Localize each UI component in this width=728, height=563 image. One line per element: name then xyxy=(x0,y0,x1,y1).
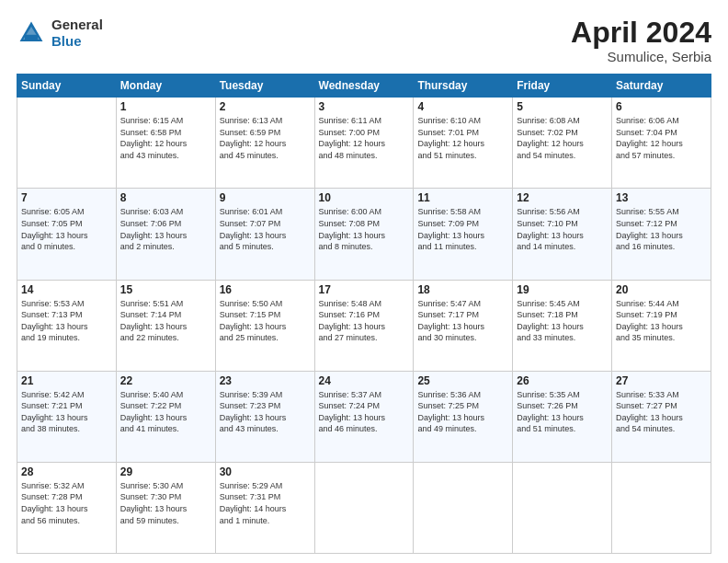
week-row-2: 7Sunrise: 6:05 AM Sunset: 7:05 PM Daylig… xyxy=(17,189,711,280)
day-number: 1 xyxy=(120,100,211,113)
week-row-1: 1Sunrise: 6:15 AM Sunset: 6:58 PM Daylig… xyxy=(17,98,711,189)
title-month: April 2024 xyxy=(571,17,711,49)
day-cell: 24Sunrise: 5:37 AM Sunset: 7:24 PM Dayli… xyxy=(314,371,414,462)
day-cell: 19Sunrise: 5:45 AM Sunset: 7:18 PM Dayli… xyxy=(513,280,612,371)
day-number: 21 xyxy=(21,374,112,387)
day-cell xyxy=(612,462,711,553)
day-info: Sunrise: 5:47 AM Sunset: 7:17 PM Dayligh… xyxy=(417,298,508,344)
col-saturday: Saturday xyxy=(612,75,711,98)
col-friday: Friday xyxy=(513,75,612,98)
day-number: 13 xyxy=(616,191,707,204)
day-info: Sunrise: 5:56 AM Sunset: 7:10 PM Dayligh… xyxy=(517,206,608,252)
day-cell xyxy=(314,462,414,553)
day-cell: 11Sunrise: 5:58 AM Sunset: 7:09 PM Dayli… xyxy=(414,189,513,280)
day-cell xyxy=(513,462,612,553)
day-cell: 25Sunrise: 5:36 AM Sunset: 7:25 PM Dayli… xyxy=(414,371,513,462)
day-info: Sunrise: 6:06 AM Sunset: 7:04 PM Dayligh… xyxy=(616,115,707,161)
day-info: Sunrise: 5:44 AM Sunset: 7:19 PM Dayligh… xyxy=(616,298,707,344)
day-number: 22 xyxy=(120,374,211,387)
day-number: 24 xyxy=(319,374,410,387)
day-cell: 21Sunrise: 5:42 AM Sunset: 7:21 PM Dayli… xyxy=(17,371,117,462)
day-info: Sunrise: 5:55 AM Sunset: 7:12 PM Dayligh… xyxy=(616,206,707,252)
title-block: April 2024 Sumulice, Serbia xyxy=(571,17,711,64)
day-info: Sunrise: 5:58 AM Sunset: 7:09 PM Dayligh… xyxy=(417,206,508,252)
day-info: Sunrise: 5:45 AM Sunset: 7:18 PM Dayligh… xyxy=(517,298,608,344)
day-number: 8 xyxy=(120,191,211,204)
day-info: Sunrise: 6:01 AM Sunset: 7:07 PM Dayligh… xyxy=(220,206,311,252)
day-cell: 23Sunrise: 5:39 AM Sunset: 7:23 PM Dayli… xyxy=(215,371,314,462)
day-cell: 14Sunrise: 5:53 AM Sunset: 7:13 PM Dayli… xyxy=(17,280,117,371)
day-info: Sunrise: 5:32 AM Sunset: 7:28 PM Dayligh… xyxy=(21,480,112,526)
day-cell: 22Sunrise: 5:40 AM Sunset: 7:22 PM Dayli… xyxy=(116,371,215,462)
day-cell xyxy=(414,462,513,553)
day-info: Sunrise: 5:51 AM Sunset: 7:14 PM Dayligh… xyxy=(120,298,211,344)
day-number: 5 xyxy=(517,100,608,113)
day-info: Sunrise: 6:05 AM Sunset: 7:05 PM Dayligh… xyxy=(21,206,112,252)
day-info: Sunrise: 5:40 AM Sunset: 7:22 PM Dayligh… xyxy=(120,389,211,435)
day-info: Sunrise: 5:42 AM Sunset: 7:21 PM Dayligh… xyxy=(21,389,112,435)
day-info: Sunrise: 5:37 AM Sunset: 7:24 PM Dayligh… xyxy=(319,389,410,435)
day-number: 23 xyxy=(220,374,311,387)
day-cell: 5Sunrise: 6:08 AM Sunset: 7:02 PM Daylig… xyxy=(513,98,612,189)
calendar-table: Sunday Monday Tuesday Wednesday Thursday… xyxy=(17,74,711,554)
day-info: Sunrise: 5:35 AM Sunset: 7:26 PM Dayligh… xyxy=(517,389,608,435)
logo: General Blue xyxy=(17,17,103,50)
logo-general-text: General xyxy=(51,17,103,32)
day-info: Sunrise: 6:03 AM Sunset: 7:06 PM Dayligh… xyxy=(120,206,211,252)
day-cell: 9Sunrise: 6:01 AM Sunset: 7:07 PM Daylig… xyxy=(215,189,314,280)
day-info: Sunrise: 6:15 AM Sunset: 6:58 PM Dayligh… xyxy=(120,115,211,161)
day-info: Sunrise: 5:50 AM Sunset: 7:15 PM Dayligh… xyxy=(220,298,311,344)
week-row-3: 14Sunrise: 5:53 AM Sunset: 7:13 PM Dayli… xyxy=(17,280,711,371)
day-cell: 17Sunrise: 5:48 AM Sunset: 7:16 PM Dayli… xyxy=(314,280,414,371)
day-number: 4 xyxy=(417,100,508,113)
day-info: Sunrise: 6:11 AM Sunset: 7:00 PM Dayligh… xyxy=(319,115,410,161)
col-monday: Monday xyxy=(116,75,215,98)
day-cell: 18Sunrise: 5:47 AM Sunset: 7:17 PM Dayli… xyxy=(414,280,513,371)
day-info: Sunrise: 5:36 AM Sunset: 7:25 PM Dayligh… xyxy=(417,389,508,435)
day-number: 10 xyxy=(319,191,410,204)
day-info: Sunrise: 6:00 AM Sunset: 7:08 PM Dayligh… xyxy=(319,206,410,252)
week-row-5: 28Sunrise: 5:32 AM Sunset: 7:28 PM Dayli… xyxy=(17,462,711,553)
col-sunday: Sunday xyxy=(17,75,117,98)
day-cell: 26Sunrise: 5:35 AM Sunset: 7:26 PM Dayli… xyxy=(513,371,612,462)
title-location: Sumulice, Serbia xyxy=(571,49,711,64)
col-wednesday: Wednesday xyxy=(314,75,414,98)
day-number: 3 xyxy=(319,100,410,113)
day-info: Sunrise: 6:13 AM Sunset: 6:59 PM Dayligh… xyxy=(220,115,311,161)
day-info: Sunrise: 5:30 AM Sunset: 7:30 PM Dayligh… xyxy=(120,480,211,526)
day-cell: 12Sunrise: 5:56 AM Sunset: 7:10 PM Dayli… xyxy=(513,189,612,280)
day-cell: 4Sunrise: 6:10 AM Sunset: 7:01 PM Daylig… xyxy=(414,98,513,189)
day-info: Sunrise: 6:10 AM Sunset: 7:01 PM Dayligh… xyxy=(417,115,508,161)
day-cell: 30Sunrise: 5:29 AM Sunset: 7:31 PM Dayli… xyxy=(215,462,314,553)
day-cell: 2Sunrise: 6:13 AM Sunset: 6:59 PM Daylig… xyxy=(215,98,314,189)
day-number: 27 xyxy=(616,374,707,387)
day-info: Sunrise: 5:33 AM Sunset: 7:27 PM Dayligh… xyxy=(616,389,707,435)
day-cell: 1Sunrise: 6:15 AM Sunset: 6:58 PM Daylig… xyxy=(116,98,215,189)
day-number: 30 xyxy=(220,465,311,478)
day-cell: 10Sunrise: 6:00 AM Sunset: 7:08 PM Dayli… xyxy=(314,189,414,280)
header-row: Sunday Monday Tuesday Wednesday Thursday… xyxy=(17,75,711,98)
col-tuesday: Tuesday xyxy=(215,75,314,98)
day-number: 26 xyxy=(517,374,608,387)
day-info: Sunrise: 5:48 AM Sunset: 7:16 PM Dayligh… xyxy=(319,298,410,344)
day-number: 29 xyxy=(120,465,211,478)
day-cell: 7Sunrise: 6:05 AM Sunset: 7:05 PM Daylig… xyxy=(17,189,117,280)
day-number: 16 xyxy=(220,283,311,296)
day-cell: 20Sunrise: 5:44 AM Sunset: 7:19 PM Dayli… xyxy=(612,280,711,371)
day-number: 12 xyxy=(517,191,608,204)
day-number: 7 xyxy=(21,191,112,204)
header: General Blue April 2024 Sumulice, Serbia xyxy=(17,17,711,64)
day-cell: 6Sunrise: 6:06 AM Sunset: 7:04 PM Daylig… xyxy=(612,98,711,189)
day-number: 11 xyxy=(417,191,508,204)
page: General Blue April 2024 Sumulice, Serbia… xyxy=(0,0,728,563)
day-number: 2 xyxy=(220,100,311,113)
day-cell: 29Sunrise: 5:30 AM Sunset: 7:30 PM Dayli… xyxy=(116,462,215,553)
day-cell: 28Sunrise: 5:32 AM Sunset: 7:28 PM Dayli… xyxy=(17,462,117,553)
day-cell: 8Sunrise: 6:03 AM Sunset: 7:06 PM Daylig… xyxy=(116,189,215,280)
day-info: Sunrise: 5:29 AM Sunset: 7:31 PM Dayligh… xyxy=(220,480,311,526)
day-number: 15 xyxy=(120,283,211,296)
day-number: 9 xyxy=(220,191,311,204)
day-number: 17 xyxy=(319,283,410,296)
day-cell: 13Sunrise: 5:55 AM Sunset: 7:12 PM Dayli… xyxy=(612,189,711,280)
logo-icon xyxy=(17,18,46,48)
